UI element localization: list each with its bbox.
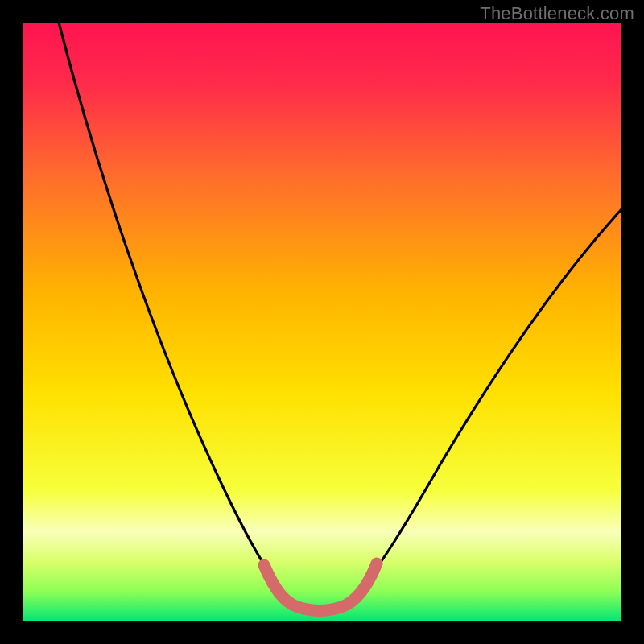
watermark-text: TheBottleneck.com (480, 3, 634, 24)
chart-svg (0, 0, 644, 644)
chart-stage: TheBottleneck.com (0, 0, 644, 644)
